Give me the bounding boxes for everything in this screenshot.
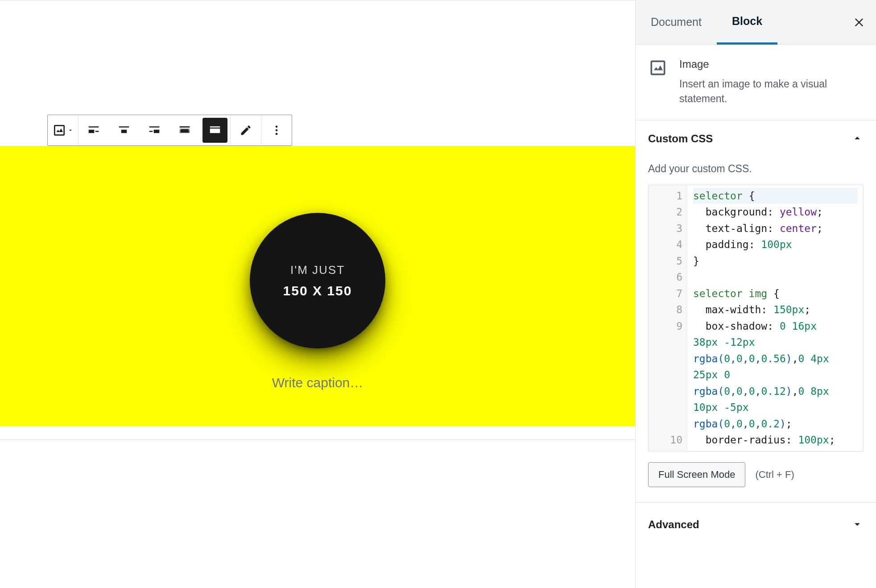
custom-css-panel: Custom CSS Add your custom CSS. 12345678… — [636, 120, 876, 503]
sidebar-tabs: Document Block — [636, 0, 876, 45]
tab-block[interactable]: Block — [717, 0, 777, 45]
fullscreen-button[interactable]: Full Screen Mode — [648, 462, 745, 487]
align-right-icon — [148, 124, 161, 137]
fullscreen-shortcut: (Ctrl + F) — [755, 469, 794, 480]
svg-point-1 — [276, 129, 278, 132]
block-divider — [0, 439, 635, 448]
inspector-sidebar: Document Block Image Insert an image to … — [635, 0, 876, 588]
block-type-switcher[interactable] — [48, 115, 78, 145]
image-block[interactable]: I'M JUST 150 X 150 — [0, 146, 635, 426]
css-code-editor[interactable]: 123456789 10 selector { background: yell… — [648, 185, 864, 451]
align-wide-button[interactable] — [169, 115, 200, 145]
custom-css-toggle[interactable]: Custom CSS — [648, 132, 864, 146]
panel-title: Advanced — [648, 518, 699, 531]
placeholder-text-line1: I'M JUST — [290, 263, 345, 277]
align-right-button[interactable] — [139, 115, 169, 145]
panel-hint: Add your custom CSS. — [648, 163, 864, 175]
more-vertical-icon — [270, 124, 283, 137]
block-toolbar — [47, 115, 292, 146]
more-options-button[interactable] — [261, 115, 292, 145]
block-description: Insert an image to make a visual stateme… — [679, 77, 864, 107]
block-summary: Image Insert an image to make a visual s… — [636, 45, 876, 120]
placeholder-text-line2: 150 X 150 — [283, 283, 352, 298]
placeholder-image: I'M JUST 150 X 150 — [250, 213, 385, 348]
align-center-icon — [117, 124, 131, 137]
align-left-icon — [87, 124, 100, 137]
image-caption-input[interactable] — [228, 375, 407, 390]
svg-point-0 — [276, 126, 278, 128]
block-type-icon — [648, 58, 668, 78]
image-icon — [52, 123, 66, 137]
code-gutter: 123456789 10 — [649, 185, 688, 451]
code-body[interactable]: selector { background: yellow; text-alig… — [688, 185, 863, 451]
chevron-down-icon — [67, 127, 74, 133]
editor-canvas[interactable]: I'M JUST 150 X 150 — [0, 0, 635, 588]
pencil-icon — [240, 124, 252, 137]
close-sidebar-button[interactable] — [853, 15, 865, 29]
svg-point-2 — [276, 133, 278, 135]
align-center-button[interactable] — [109, 115, 139, 145]
align-full-button[interactable] — [202, 118, 227, 143]
align-full-icon — [208, 124, 222, 137]
align-left-button[interactable] — [79, 115, 109, 145]
chevron-up-icon — [851, 132, 864, 146]
panel-title: Custom CSS — [648, 133, 713, 145]
advanced-panel-toggle[interactable]: Advanced — [636, 503, 876, 547]
close-icon — [853, 15, 865, 28]
image-icon — [648, 58, 668, 78]
tab-document[interactable]: Document — [636, 0, 717, 44]
edit-image-button[interactable] — [231, 115, 261, 145]
align-wide-icon — [178, 124, 191, 137]
block-title: Image — [679, 58, 864, 70]
chevron-down-icon — [851, 518, 864, 532]
